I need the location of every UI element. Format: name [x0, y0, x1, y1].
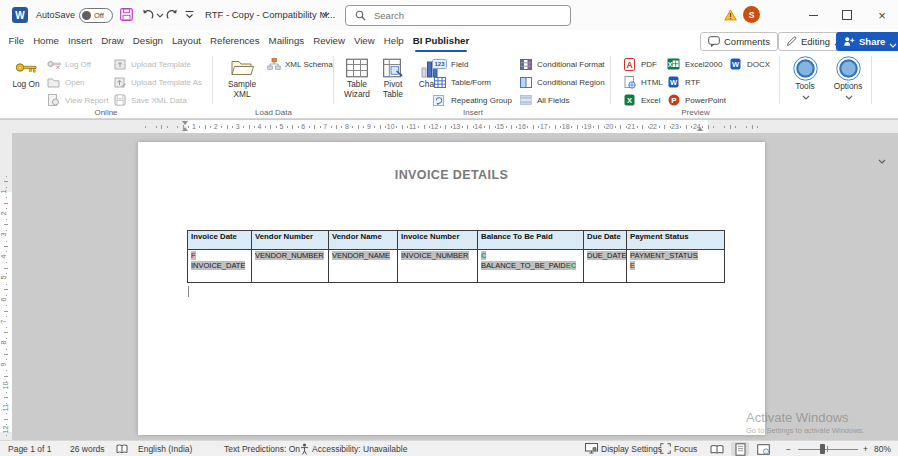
quick-access-more-icon[interactable] [184, 10, 195, 19]
form-field[interactable]: INVOICE_NUMBER [401, 251, 469, 260]
autosave-toggle[interactable]: Off [79, 8, 113, 23]
tab-mailings[interactable]: Mailings [264, 30, 309, 52]
sample-xml-button[interactable]: Sample XML [222, 56, 262, 100]
comments-button[interactable]: Comments [700, 32, 778, 51]
invoice-table[interactable]: Invoice DateVendor NumberVendor NameInvo… [187, 230, 725, 283]
table-header-invoice-date: Invoice Date [188, 231, 252, 250]
tab-home[interactable]: Home [29, 30, 64, 52]
ribbon-item-label: Save XML Data [131, 96, 187, 105]
warning-icon[interactable] [724, 9, 737, 21]
ribbon-item-rtf[interactable]: WRTF [666, 73, 726, 91]
right-indent-marker[interactable] [697, 127, 703, 131]
accessibility-status[interactable]: Accessibility: Unavailable [312, 441, 407, 456]
form-field[interactable]: PAYMENT_STATUS [630, 251, 698, 260]
tab-design[interactable]: Design [128, 30, 167, 52]
tab-file[interactable]: File [4, 30, 29, 52]
display-settings[interactable]: Display Settings [601, 441, 662, 456]
minimize-button[interactable] [797, 0, 829, 30]
log-off-icon [46, 59, 61, 69]
form-field-marker[interactable]: F [191, 251, 196, 260]
print-layout-button[interactable] [731, 442, 749, 456]
hruler-number: 3 [236, 123, 240, 130]
tools-button[interactable]: Tools [783, 56, 827, 97]
table-cell[interactable]: FINVOICE_DATE [188, 250, 252, 283]
ribbon-item-label: Open [65, 78, 85, 87]
zoom-level[interactable]: 80% [874, 441, 891, 456]
title-dropdown-icon[interactable] [322, 12, 330, 17]
document-page[interactable]: INVOICE DETAILS Invoice DateVendor Numbe… [138, 142, 765, 435]
invoice-title: INVOICE DETAILS [138, 168, 765, 182]
ribbon-item-repeating-group[interactable]: Repeating Group [432, 91, 512, 109]
tab-bi-publisher[interactable]: BI Publisher [408, 30, 474, 52]
word-count[interactable]: 26 words [70, 441, 105, 456]
search-input[interactable] [372, 9, 546, 22]
ribbon-item-conditional-region[interactable]: Conditional Region [518, 73, 605, 91]
form-field[interactable]: DUE_DATE [587, 251, 626, 260]
form-field[interactable]: VENDOR_NAME [332, 251, 390, 260]
ribbon-item-table-wizard[interactable]: Table Wizard [340, 56, 374, 99]
ribbon-item-field[interactable]: 123Field [432, 55, 512, 73]
table-cell[interactable]: VENDOR_NUMBER [252, 250, 329, 283]
tab-references[interactable]: References [206, 30, 265, 52]
accessibility-icon [300, 441, 309, 456]
save-button[interactable] [120, 8, 133, 21]
ribbon-item-all-fields[interactable]: All Fields [518, 91, 605, 109]
proofing-icon[interactable] [116, 441, 128, 456]
ribbon-item-pdf[interactable]: APDF [622, 55, 663, 73]
ribbon-item-conditional-format[interactable]: Conditional Format [518, 55, 605, 73]
zoom-in-button[interactable]: + [863, 441, 868, 456]
avatar[interactable]: S [743, 6, 760, 23]
tab-view[interactable]: View [349, 30, 379, 52]
ribbon-item-docx[interactable]: WDOCX [728, 55, 770, 73]
horizontal-ruler[interactable]: 123456789101112131415161718192021222324 [0, 120, 898, 133]
close-button[interactable]: × [866, 0, 898, 30]
redo-button[interactable] [166, 9, 179, 21]
web-layout-button[interactable] [754, 442, 772, 456]
first-line-indent-marker[interactable] [182, 121, 188, 125]
hruler-number: 20 [605, 123, 613, 130]
form-field[interactable]: BALANCE_TO_BE_PAID [481, 261, 566, 270]
group-label-preview: Preview [614, 108, 777, 117]
undo-dropdown-icon[interactable] [156, 13, 164, 18]
form-field-marker[interactable]: E [630, 261, 635, 270]
tab-layout[interactable]: Layout [167, 30, 205, 52]
form-field[interactable]: INVOICE_DATE [191, 261, 245, 270]
language-indicator[interactable]: English (India) [138, 441, 192, 456]
table-cell[interactable]: DUE_DATE [584, 250, 627, 283]
share-button[interactable]: Share [836, 32, 898, 51]
form-field-marker[interactable]: EC [566, 261, 576, 270]
tab-review[interactable]: Review [309, 30, 350, 52]
tab-help[interactable]: Help [379, 30, 408, 52]
zoom-out-button[interactable]: − [786, 441, 791, 456]
form-field-marker[interactable]: C [481, 251, 486, 260]
ribbon-item-log-off: Log Off [46, 55, 108, 73]
search-box[interactable] [345, 5, 571, 26]
options-button[interactable]: Options [825, 56, 871, 97]
ribbon-item-excel2000[interactable]: XExcel2000 [666, 55, 726, 73]
zoom-slider-knob[interactable] [820, 444, 825, 454]
ribbon-item-xml-schema[interactable]: XML Schema [266, 55, 333, 73]
tab-draw[interactable]: Draw [97, 30, 129, 52]
ribbon-item-excel[interactable]: XExcel [622, 91, 663, 109]
ribbon-item-table-form[interactable]: Table/Form [432, 73, 512, 91]
page-indicator[interactable]: Page 1 of 1 [8, 441, 51, 456]
table-cell[interactable]: CBALANCE_TO_BE_PAIDEC [478, 250, 584, 283]
ribbon-item-pivot-table[interactable]: Pivot Table [376, 56, 410, 99]
ribbon-item-html[interactable]: HTML [622, 73, 663, 91]
focus-button[interactable]: Focus [674, 441, 697, 456]
form-field[interactable]: VENDOR_NUMBER [255, 251, 324, 260]
tab-insert[interactable]: Insert [63, 30, 96, 52]
read-mode-button[interactable] [708, 442, 726, 456]
text-predictions[interactable]: Text Predictions: On [224, 441, 300, 456]
undo-button[interactable] [141, 9, 154, 21]
zoom-slider-track[interactable] [798, 449, 858, 450]
table-cell[interactable]: VENDOR_NAME [329, 250, 398, 283]
restore-button[interactable] [831, 0, 863, 30]
hruler-number: 23 [671, 123, 679, 130]
table-cell[interactable]: INVOICE_NUMBER [398, 250, 478, 283]
hanging-indent-marker[interactable] [182, 127, 188, 131]
ribbon-item-powerpoint[interactable]: PPowerPoint [666, 91, 726, 109]
log-on-button[interactable]: Log On [10, 56, 42, 90]
table-cell[interactable]: PAYMENT_STATUSE [627, 250, 725, 283]
repeating-group-icon [432, 95, 447, 106]
